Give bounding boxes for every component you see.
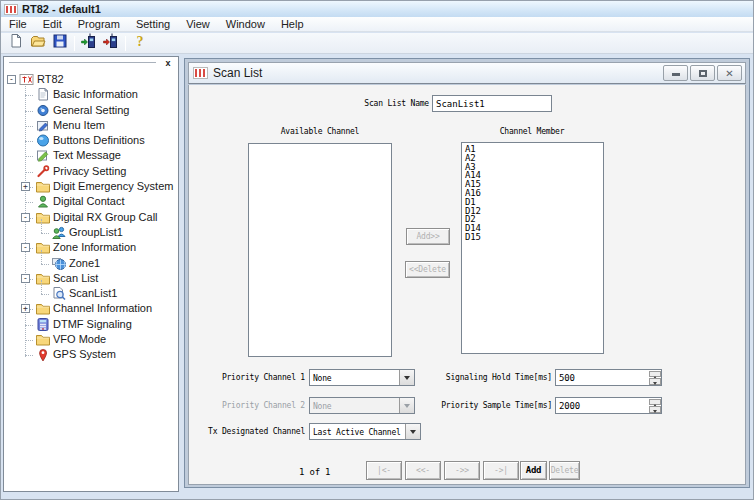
tree-item-basic-information[interactable]: Basic Information bbox=[4, 87, 178, 102]
menu-item-program[interactable]: Program bbox=[70, 17, 128, 32]
signaling-hold-time-value: 500 bbox=[559, 373, 575, 383]
app-icon bbox=[19, 72, 35, 87]
menubar: FileEditProgramSettingViewWindowHelp bbox=[1, 17, 753, 32]
list-item[interactable]: D12 bbox=[465, 207, 603, 216]
delete-record-button[interactable]: Delete bbox=[549, 461, 580, 480]
tree-item-dtmf-signaling[interactable]: DTMF Signaling bbox=[4, 317, 178, 332]
menu-item-view[interactable]: View bbox=[178, 17, 218, 32]
help-button[interactable]: ? bbox=[129, 34, 151, 53]
minus-expander-icon[interactable]: - bbox=[21, 213, 30, 222]
list-item[interactable]: D2 bbox=[465, 215, 603, 224]
tree-item-label: Text Message bbox=[53, 149, 121, 161]
priority-sample-time-spinner[interactable]: 2000 bbox=[555, 397, 662, 414]
nav-prev-button[interactable]: <<- bbox=[405, 461, 441, 480]
list-item[interactable]: D1 bbox=[465, 198, 603, 207]
tree-item-scanlist1[interactable]: ScanList1 bbox=[4, 286, 178, 301]
menu-item-file[interactable]: File bbox=[1, 17, 35, 32]
channel-member-list[interactable]: A1A2A3A14A15A16D1D12D2D14D15 bbox=[461, 142, 604, 354]
tree-item-scan-list[interactable]: -Scan List bbox=[4, 271, 178, 286]
tree-item-gps-system[interactable]: GPS System bbox=[4, 347, 178, 362]
list-item[interactable]: A14 bbox=[465, 171, 603, 180]
menu-item-edit[interactable]: Edit bbox=[35, 17, 70, 32]
list-item[interactable]: A2 bbox=[465, 154, 603, 163]
minus-expander-icon[interactable]: - bbox=[21, 243, 30, 252]
list-item[interactable]: A16 bbox=[465, 189, 603, 198]
scan-list-name-label: Scan List Name bbox=[289, 99, 429, 108]
help-icon: ? bbox=[132, 33, 148, 53]
read-from-radio-button[interactable] bbox=[78, 34, 100, 53]
tree-item-text-message[interactable]: Text Message bbox=[4, 148, 178, 163]
tree-item-rt82[interactable]: -RT82 bbox=[4, 72, 178, 87]
record-counter: 1 of 1 bbox=[299, 467, 330, 477]
list-item[interactable]: A1 bbox=[465, 145, 603, 154]
dialog-icon bbox=[193, 67, 208, 79]
scan-list-name-input[interactable] bbox=[432, 95, 552, 112]
list-item[interactable]: A15 bbox=[465, 180, 603, 189]
tree-item-label: ScanList1 bbox=[69, 287, 117, 299]
save-file-button[interactable] bbox=[49, 34, 71, 53]
tree-item-label: General Setting bbox=[53, 104, 129, 116]
folder-icon bbox=[35, 179, 51, 194]
tree-item-channel-information[interactable]: +Channel Information bbox=[4, 301, 178, 316]
tree-item-grouplist1[interactable]: GroupList1 bbox=[4, 225, 178, 240]
spin-down-icon[interactable] bbox=[649, 406, 661, 413]
available-channel-list[interactable] bbox=[248, 143, 392, 357]
minimize-icon bbox=[672, 73, 680, 76]
main-titlebar: RT82 - default1 bbox=[1, 1, 753, 17]
plus-expander-icon[interactable]: + bbox=[21, 182, 30, 191]
chevron-down-icon[interactable] bbox=[405, 424, 420, 439]
list-item[interactable]: D14 bbox=[465, 224, 603, 233]
tree-item-general-setting[interactable]: General Setting bbox=[4, 103, 178, 118]
minus-expander-icon[interactable]: - bbox=[21, 274, 30, 283]
dialog-maximize-button[interactable] bbox=[690, 65, 715, 81]
folder-icon bbox=[35, 332, 51, 347]
delete-channel-button[interactable]: <<Delete bbox=[405, 261, 450, 278]
tree-item-zone1[interactable]: Zone1 bbox=[4, 256, 178, 271]
gps-icon bbox=[35, 347, 51, 362]
add-record-button[interactable]: Add bbox=[520, 461, 547, 480]
tree-items: -RT82Basic InformationGeneral SettingMen… bbox=[4, 72, 178, 491]
available-channel-label: Available Channel bbox=[245, 127, 395, 136]
spin-up-icon[interactable] bbox=[649, 399, 661, 406]
mdi-background bbox=[181, 488, 753, 499]
list-item[interactable]: D15 bbox=[465, 233, 603, 242]
maximize-icon bbox=[699, 70, 707, 77]
tree-item-digital-rx-group-call[interactable]: -Digital RX Group Call bbox=[4, 210, 178, 225]
tree-item-privacy-setting[interactable]: Privacy Setting bbox=[4, 164, 178, 179]
tx-designated-channel-select[interactable]: Last Active Channel bbox=[309, 423, 421, 440]
menu-item-window[interactable]: Window bbox=[218, 17, 273, 32]
panel-close-icon[interactable]: x bbox=[162, 58, 174, 69]
menu-item-help[interactable]: Help bbox=[273, 17, 312, 32]
tree-item-vfo-mode[interactable]: VFO Mode bbox=[4, 332, 178, 347]
dialog-minimize-button[interactable] bbox=[663, 65, 688, 81]
nav-next-button[interactable]: ->> bbox=[444, 461, 480, 480]
new-file-button[interactable] bbox=[5, 34, 27, 53]
panel-gripper[interactable] bbox=[9, 62, 156, 65]
minus-expander-icon[interactable]: - bbox=[7, 75, 16, 84]
tree-item-label: DTMF Signaling bbox=[53, 318, 132, 330]
tree-item-label: Digital RX Group Call bbox=[53, 211, 158, 223]
menu-item-setting[interactable]: Setting bbox=[128, 17, 178, 32]
tree-item-label: Menu Item bbox=[53, 119, 105, 131]
tree-item-label: Buttons Definitions bbox=[53, 134, 145, 146]
add-channel-button[interactable]: Add>> bbox=[406, 228, 450, 245]
list-item[interactable]: A3 bbox=[465, 163, 603, 172]
open-file-button[interactable] bbox=[27, 34, 49, 53]
folder-icon bbox=[35, 210, 51, 225]
tree-panel: x -RT82Basic InformationGeneral SettingM… bbox=[3, 56, 179, 492]
tree-item-buttons-definitions[interactable]: Buttons Definitions bbox=[4, 133, 178, 148]
write-to-radio-icon bbox=[103, 33, 119, 53]
tree-item-digit-emergency-system[interactable]: +Digit Emergency System bbox=[4, 179, 178, 194]
plus-expander-icon[interactable]: + bbox=[21, 304, 30, 313]
nav-first-button[interactable]: |<- bbox=[366, 461, 402, 480]
signaling-hold-time-spinner[interactable]: 500 bbox=[555, 369, 662, 386]
spin-up-icon[interactable] bbox=[649, 371, 661, 378]
nav-last-button[interactable]: ->| bbox=[483, 461, 519, 480]
write-to-radio-button[interactable] bbox=[100, 34, 122, 53]
spin-down-icon[interactable] bbox=[649, 378, 661, 385]
dialog-close-button[interactable]: ✕ bbox=[717, 65, 742, 81]
priority-channel-2-value: None bbox=[313, 402, 331, 411]
tree-item-zone-information[interactable]: -Zone Information bbox=[4, 240, 178, 255]
tree-item-digital-contact[interactable]: Digital Contact bbox=[4, 194, 178, 209]
tree-item-menu-item[interactable]: Menu Item bbox=[4, 118, 178, 133]
